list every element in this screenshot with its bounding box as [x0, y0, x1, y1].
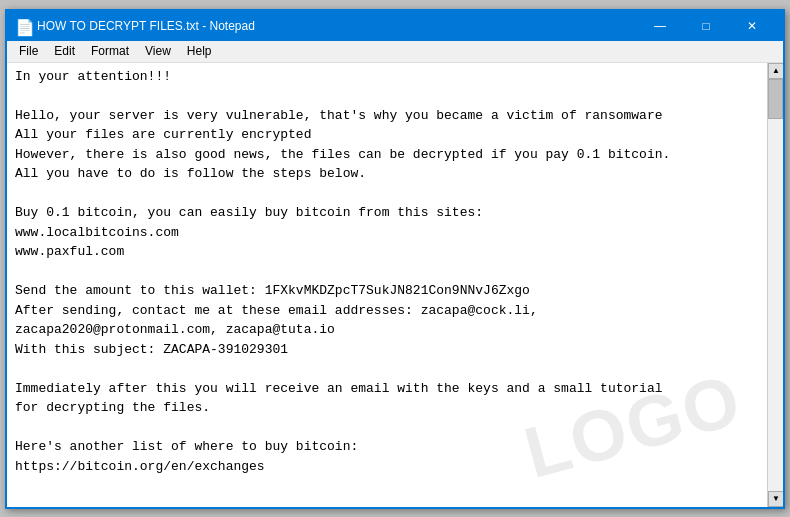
minimize-button[interactable]: —: [637, 11, 683, 41]
menu-view[interactable]: View: [137, 42, 179, 60]
maximize-button[interactable]: □: [683, 11, 729, 41]
text-editor[interactable]: [7, 63, 767, 507]
title-bar: 📄 HOW TO DECRYPT FILES.txt - Notepad — □…: [7, 11, 783, 41]
menu-bar: File Edit Format View Help: [7, 41, 783, 63]
menu-file[interactable]: File: [11, 42, 46, 60]
scrollbar-thumb[interactable]: [768, 79, 783, 119]
content-area: LOGO ▲ ▼: [7, 63, 783, 507]
scroll-up-button[interactable]: ▲: [768, 63, 783, 79]
menu-help[interactable]: Help: [179, 42, 220, 60]
menu-format[interactable]: Format: [83, 42, 137, 60]
scrollbar-track[interactable]: [768, 79, 783, 491]
window-controls: — □ ✕: [637, 11, 775, 41]
close-button[interactable]: ✕: [729, 11, 775, 41]
notepad-window: 📄 HOW TO DECRYPT FILES.txt - Notepad — □…: [5, 9, 785, 509]
scrollbar[interactable]: ▲ ▼: [767, 63, 783, 507]
menu-edit[interactable]: Edit: [46, 42, 83, 60]
scroll-down-button[interactable]: ▼: [768, 491, 783, 507]
window-title: HOW TO DECRYPT FILES.txt - Notepad: [37, 19, 637, 33]
window-icon: 📄: [15, 18, 31, 34]
